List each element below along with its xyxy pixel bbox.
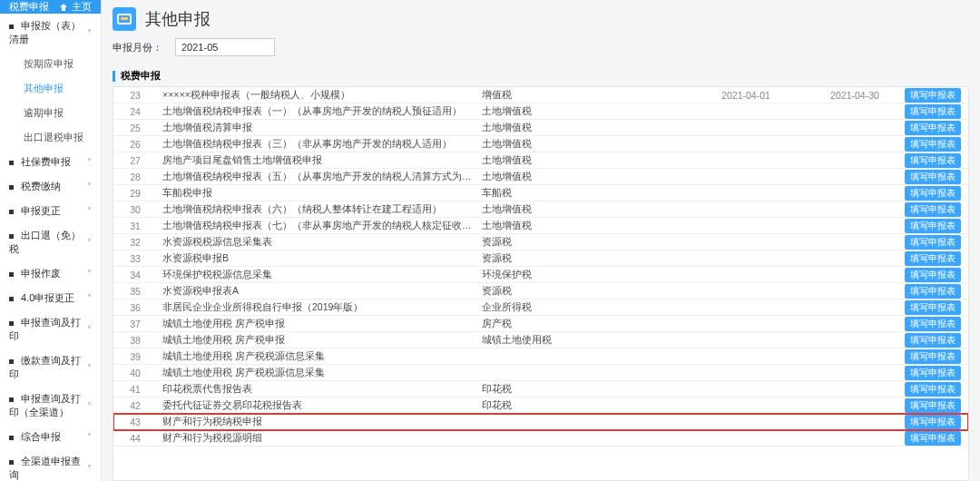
table-row: 35水资源税申报表A资源税填写申报表 bbox=[113, 283, 968, 299]
fill-report-button[interactable]: 填写申报表 bbox=[905, 88, 961, 103]
row-index: 23 bbox=[113, 90, 157, 101]
row-type: 土地增值税 bbox=[478, 171, 687, 183]
row-name: 土地增值税纳税申报表（六）（纳税人整体转让在建工程适用） bbox=[157, 203, 478, 216]
row-name: 房地产项目尾盘销售土地增值税申报 bbox=[157, 154, 478, 167]
sidebar-item[interactable]: 逾期申报 bbox=[0, 101, 101, 125]
row-name: 土地增值税纳税申报表（七）（非从事房地产开发的纳税人核定征收适用） bbox=[157, 220, 478, 232]
row-index: 36 bbox=[113, 302, 157, 313]
chevron-down-icon: ˅ bbox=[87, 238, 92, 248]
sidebar-item[interactable]: 出口退税申报 bbox=[0, 125, 101, 150]
row-type: 企业所得税 bbox=[478, 301, 687, 314]
fill-report-button[interactable]: 填写申报表 bbox=[905, 219, 961, 233]
row-index: 32 bbox=[113, 237, 157, 248]
sidebar-group[interactable]: 申报查询及打印（全渠道）˅ bbox=[0, 387, 101, 425]
sidebar-group[interactable]: 4.0申报更正˅ bbox=[0, 286, 101, 310]
row-type: 资源税 bbox=[478, 236, 687, 249]
table-row: 37城镇土地使用税 房产税申报房产税填写申报表 bbox=[113, 316, 968, 332]
row-type: 车船税 bbox=[478, 187, 687, 200]
home-label: 主页 bbox=[72, 0, 92, 14]
fill-report-button[interactable]: 填写申报表 bbox=[905, 121, 961, 135]
table-row: 32水资源税税源信息采集表资源税填写申报表 bbox=[113, 234, 968, 250]
fill-report-button[interactable]: 填写申报表 bbox=[905, 104, 961, 119]
sidebar-group[interactable]: 申报按（表）清册˅ bbox=[0, 14, 101, 52]
row-name: 水资源税申报B bbox=[157, 252, 478, 265]
home-icon bbox=[59, 3, 68, 12]
chevron-down-icon: ˅ bbox=[87, 157, 92, 167]
chevron-down-icon: ˅ bbox=[87, 28, 92, 38]
row-name: 环境保护税税源信息采集 bbox=[157, 269, 478, 281]
row-index: 25 bbox=[113, 123, 157, 133]
month-input[interactable] bbox=[175, 38, 275, 56]
fill-report-button[interactable]: 填写申报表 bbox=[905, 251, 961, 266]
fill-report-button[interactable]: 填写申报表 bbox=[905, 333, 961, 348]
fill-report-button[interactable]: 填写申报表 bbox=[905, 366, 961, 380]
home-link[interactable]: 主页 bbox=[59, 0, 92, 14]
sidebar-group[interactable]: 申报更正˅ bbox=[0, 199, 101, 223]
row-name: 非居民企业企业所得税自行申报（2019年版） bbox=[157, 301, 478, 314]
sidebar-item[interactable]: 按期应申报 bbox=[0, 52, 101, 76]
sidebar-group[interactable]: 申报查询及打印˅ bbox=[0, 310, 101, 348]
sidebar-item[interactable]: 其他申报 bbox=[0, 76, 101, 101]
row-type: 增值税 bbox=[478, 89, 687, 102]
fill-report-button[interactable]: 填写申报表 bbox=[905, 317, 961, 331]
fill-report-button[interactable]: 填写申报表 bbox=[905, 153, 961, 168]
row-index: 29 bbox=[113, 188, 157, 199]
row-index: 38 bbox=[113, 335, 157, 346]
fill-report-button[interactable]: 填写申报表 bbox=[905, 186, 961, 201]
fill-report-button[interactable]: 填写申报表 bbox=[905, 382, 961, 397]
row-type: 印花税 bbox=[478, 399, 687, 412]
fill-report-button[interactable]: 填写申报表 bbox=[905, 431, 961, 446]
fill-report-button[interactable]: 填写申报表 bbox=[905, 137, 961, 152]
sidebar-group[interactable]: 全渠道申报查询˅ bbox=[0, 449, 101, 481]
row-index: 31 bbox=[113, 221, 157, 231]
table-row: 43财产和行为税纳税申报填写申报表 bbox=[113, 414, 968, 430]
row-type: 土地增值税 bbox=[478, 220, 687, 232]
filter-label: 申报月份： bbox=[113, 41, 162, 54]
fill-report-button[interactable]: 填写申报表 bbox=[905, 235, 961, 250]
row-name: 城镇土地使用税 房产税税源信息采集 bbox=[157, 350, 478, 363]
chevron-down-icon: ˅ bbox=[87, 182, 92, 191]
row-type: 印花税 bbox=[478, 383, 687, 396]
row-name: 城镇土地使用税 房产税申报 bbox=[157, 318, 478, 330]
sidebar-group[interactable]: 社保费申报˅ bbox=[0, 150, 101, 174]
table-row: 26土地增值税纳税申报表（三）（非从事房地产开发的纳税人适用）土地增值税填写申报… bbox=[113, 136, 968, 152]
sidebar-group[interactable]: 出口退（免）税˅ bbox=[0, 223, 101, 261]
row-index: 40 bbox=[113, 368, 157, 378]
table-row: 42委托代征证券交易印花税报告表印花税填写申报表 bbox=[113, 398, 968, 414]
chevron-down-icon: ˅ bbox=[87, 401, 92, 411]
row-type: 土地增值税 bbox=[478, 105, 687, 118]
sidebar-header: 税费申报 主页 bbox=[0, 0, 101, 14]
row-type: 房产税 bbox=[478, 318, 687, 330]
row-index: 33 bbox=[113, 253, 157, 264]
row-name: 委托代征证券交易印花税报告表 bbox=[157, 399, 478, 412]
row-type: 环境保护税 bbox=[478, 269, 687, 281]
fill-report-button[interactable]: 填写申报表 bbox=[905, 170, 961, 184]
fill-report-button[interactable]: 填写申报表 bbox=[905, 284, 961, 299]
row-index: 26 bbox=[113, 139, 157, 150]
row-type: 资源税 bbox=[478, 252, 687, 265]
main: 其他申报 申报月份： 税费申报 23×××××税种申报表（一般纳税人、小规模）增… bbox=[102, 0, 980, 481]
fill-report-button[interactable]: 填写申报表 bbox=[905, 349, 961, 364]
row-name: 财产和行为税纳税申报 bbox=[157, 416, 478, 428]
sidebar-group[interactable]: 缴款查询及打印˅ bbox=[0, 348, 101, 387]
row-index: 28 bbox=[113, 172, 157, 182]
fill-report-button[interactable]: 填写申报表 bbox=[905, 268, 961, 282]
page-title-icon bbox=[113, 7, 136, 31]
sidebar-group[interactable]: 综合申报˅ bbox=[0, 425, 101, 449]
row-type: 土地增值税 bbox=[478, 138, 687, 151]
fill-report-button[interactable]: 填写申报表 bbox=[905, 398, 961, 413]
table-row: 23×××××税种申报表（一般纳税人、小规模）增值税2021-04-012021… bbox=[113, 87, 968, 103]
fill-report-button[interactable]: 填写申报表 bbox=[905, 202, 961, 217]
chevron-down-icon: ˅ bbox=[87, 432, 92, 442]
row-type: 土地增值税 bbox=[478, 122, 687, 134]
table-row: 27房地产项目尾盘销售土地增值税申报土地增值税填写申报表 bbox=[113, 152, 968, 169]
fill-report-button[interactable]: 填写申报表 bbox=[905, 300, 961, 315]
fill-report-button[interactable]: 填写申报表 bbox=[905, 415, 961, 429]
sidebar-group[interactable]: 税费缴纳˅ bbox=[0, 174, 101, 199]
row-name: 土地增值税纳税申报表（五）（从事房地产开发的纳税人清算方式为核定征收适用） bbox=[157, 171, 478, 183]
sidebar-title: 税费申报 bbox=[9, 0, 49, 14]
row-index: 43 bbox=[113, 417, 157, 427]
row-index: 34 bbox=[113, 270, 157, 280]
row-type: 土地增值税 bbox=[478, 203, 687, 216]
sidebar-group[interactable]: 申报作废˅ bbox=[0, 261, 101, 286]
